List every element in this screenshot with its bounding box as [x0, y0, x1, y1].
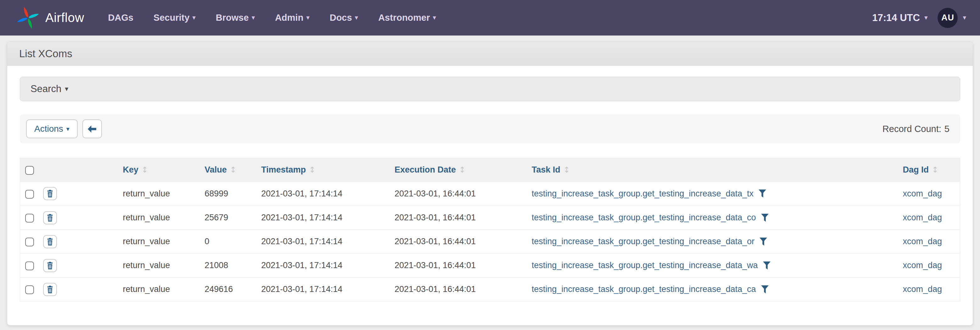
delete-row-button[interactable]: [43, 283, 57, 296]
sort-key-link[interactable]: Key: [123, 165, 139, 175]
cell-value: 21008: [205, 254, 261, 278]
filter-icon[interactable]: [759, 189, 766, 198]
task-id-link[interactable]: testing_increase_task_group.get_testing_…: [532, 260, 758, 270]
trash-icon: [46, 214, 54, 222]
cell-value: 249616: [205, 278, 261, 301]
task-id-link[interactable]: testing_increase_task_group.get_testing_…: [532, 236, 755, 246]
filter-icon[interactable]: [761, 286, 768, 294]
nav-item-browse[interactable]: Browse ▾: [216, 13, 255, 22]
delete-row-button[interactable]: [43, 235, 57, 248]
sort-value-link[interactable]: Value: [205, 165, 227, 175]
column-header-execution-date: Execution Date↕: [395, 158, 532, 182]
dag-id-link[interactable]: xcom_dag: [903, 260, 942, 270]
row-checkbox[interactable]: [25, 286, 34, 294]
row-checkbox[interactable]: [25, 262, 34, 270]
panel-heading: List XComs: [7, 42, 973, 66]
column-header-value: Value↕: [205, 158, 261, 182]
clock-label: 17:14 UTC: [872, 12, 920, 24]
cell-execution-date: 2021-03-01, 16:44:01: [395, 182, 532, 206]
record-count-value: 5: [945, 124, 950, 134]
cell-key: return_value: [123, 278, 205, 301]
nav-item-label: Security: [153, 13, 189, 22]
select-all-checkbox[interactable]: [25, 166, 34, 175]
row-actions-header: [39, 158, 123, 182]
task-id-link[interactable]: testing_increase_task_group.get_testing_…: [532, 213, 756, 222]
user-menu[interactable]: AU ▾: [937, 8, 966, 28]
table-row: return_value 249616 2021-03-01, 17:14:14…: [20, 278, 960, 301]
delete-row-button[interactable]: [43, 187, 57, 200]
sort-timestamp-link[interactable]: Timestamp: [261, 165, 306, 175]
nav-item-docs[interactable]: Docs ▾: [329, 13, 358, 22]
task-id-link[interactable]: testing_increase_task_group.get_testing_…: [532, 189, 754, 198]
nav-item-label: Docs: [329, 13, 352, 22]
list-xcoms-panel: List XComs Search ▾ Actions ▾ Record Cou…: [7, 41, 973, 325]
sort-icon: ↕: [230, 165, 237, 175]
table-row: return_value 68999 2021-03-01, 17:14:14 …: [20, 182, 960, 206]
chevron-down-icon: ▾: [963, 14, 966, 21]
cell-key: return_value: [123, 254, 205, 278]
cell-timestamp: 2021-03-01, 17:14:14: [261, 278, 395, 301]
actions-label: Actions: [34, 124, 63, 134]
chevron-down-icon: ▾: [924, 14, 928, 21]
sort-dag-id-link[interactable]: Dag Id: [903, 165, 929, 175]
cell-timestamp: 2021-03-01, 17:14:14: [261, 182, 395, 206]
sort-icon: ↕: [142, 165, 148, 175]
trash-icon: [46, 238, 54, 246]
record-count: Record Count:5: [883, 124, 954, 134]
user-avatar: AU: [937, 8, 958, 28]
select-all-cell: [20, 158, 39, 182]
cell-value: 25679: [205, 206, 261, 230]
cell-timestamp: 2021-03-01, 17:14:14: [261, 206, 395, 230]
chevron-down-icon: ▾: [65, 86, 68, 92]
row-checkbox[interactable]: [25, 238, 34, 246]
clock-dropdown[interactable]: 17:14 UTC ▾: [872, 12, 928, 24]
row-checkbox[interactable]: [25, 214, 34, 222]
filter-icon[interactable]: [759, 238, 767, 246]
table-header-row: Key↕ Value↕ Timestamp↕ Execution Date↕ T…: [20, 158, 960, 182]
nav-item-admin[interactable]: Admin ▾: [275, 13, 309, 22]
task-id-link[interactable]: testing_increase_task_group.get_testing_…: [532, 284, 756, 294]
dag-id-link[interactable]: xcom_dag: [903, 213, 942, 222]
filter-icon[interactable]: [763, 262, 770, 270]
sort-execution-date-link[interactable]: Execution Date: [395, 165, 456, 175]
dag-id-link[interactable]: xcom_dag: [903, 284, 942, 294]
column-header-task-id: Task Id↕: [532, 158, 903, 182]
nav-item-astronomer[interactable]: Astronomer ▾: [379, 13, 436, 22]
back-button[interactable]: [83, 119, 102, 138]
table-row: return_value 21008 2021-03-01, 17:14:14 …: [20, 254, 960, 278]
airflow-pinwheel-logo-icon: [16, 6, 40, 30]
dag-id-link[interactable]: xcom_dag: [903, 236, 942, 246]
row-checkbox[interactable]: [25, 190, 34, 198]
airflow-brand[interactable]: Airflow: [16, 6, 84, 30]
nav-item-dags[interactable]: DAGs: [108, 13, 134, 22]
xcom-table: Key↕ Value↕ Timestamp↕ Execution Date↕ T…: [20, 158, 960, 301]
chevron-down-icon: ▾: [306, 14, 310, 21]
cell-execution-date: 2021-03-01, 16:44:01: [395, 230, 532, 254]
panel-body: Search ▾ Actions ▾ Record Count:5: [7, 77, 973, 301]
actions-dropdown-button[interactable]: Actions ▾: [26, 119, 78, 138]
column-header-dag-id: Dag Id↕: [903, 158, 960, 182]
sort-icon: ↕: [309, 165, 316, 175]
filter-icon[interactable]: [761, 214, 768, 222]
column-header-key: Key↕: [123, 158, 205, 182]
trash-icon: [46, 189, 54, 198]
cell-execution-date: 2021-03-01, 16:44:01: [395, 254, 532, 278]
sort-icon: ↕: [563, 165, 570, 175]
delete-row-button[interactable]: [43, 259, 57, 272]
search-toggle[interactable]: Search ▾: [20, 77, 960, 101]
nav-item-label: Browse: [216, 13, 249, 22]
nav-item-label: DAGs: [108, 13, 134, 22]
nav-item-security[interactable]: Security ▾: [153, 13, 196, 22]
sort-task-id-link[interactable]: Task Id: [532, 165, 560, 175]
cell-key: return_value: [123, 206, 205, 230]
delete-row-button[interactable]: [43, 211, 57, 224]
chevron-down-icon: ▾: [66, 126, 70, 132]
cell-key: return_value: [123, 182, 205, 206]
nav-item-label: Astronomer: [379, 13, 430, 22]
cell-execution-date: 2021-03-01, 16:44:01: [395, 278, 532, 301]
table-row: return_value 0 2021-03-01, 17:14:14 2021…: [20, 230, 960, 254]
dag-id-link[interactable]: xcom_dag: [903, 189, 942, 198]
chevron-down-icon: ▾: [433, 14, 436, 21]
chevron-down-icon: ▾: [355, 14, 358, 21]
cell-execution-date: 2021-03-01, 16:44:01: [395, 206, 532, 230]
